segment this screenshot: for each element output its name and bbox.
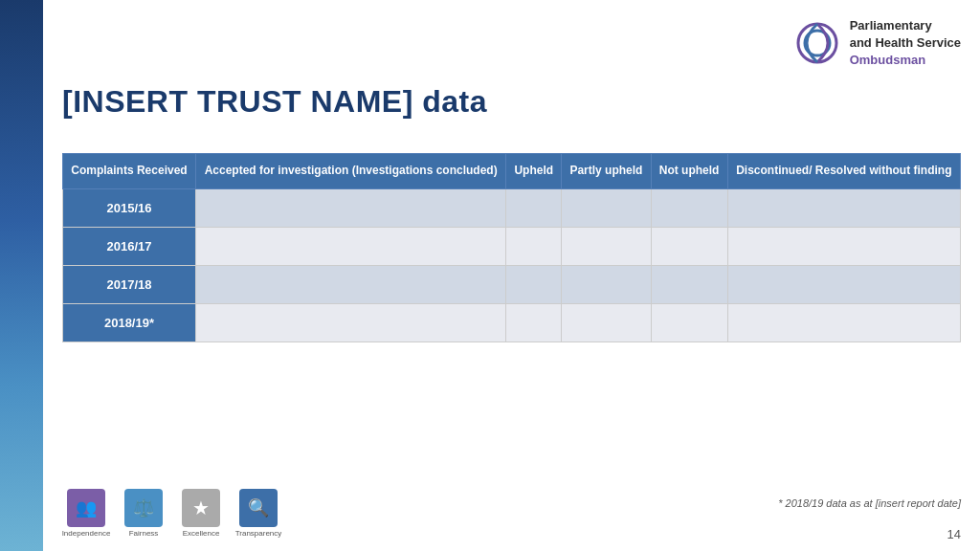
row-2017-c5 — [727, 265, 960, 303]
col-header-not-upheld: Not upheld — [651, 154, 727, 189]
row-year-2016: 2016/17 — [63, 227, 196, 265]
independence-icon: 👥 — [76, 497, 97, 518]
data-table: Complaints Received Accepted for investi… — [62, 153, 961, 342]
row-2018-c4 — [651, 303, 727, 342]
row-2017-c4 — [651, 265, 727, 303]
col-header-partly-upheld: Partly upheld — [562, 154, 651, 189]
bottom-icons: 👥 Independence ⚖️ Fairness ★ Excellence … — [62, 489, 282, 538]
logo-text: Parliamentary and Health Service Ombudsm… — [850, 17, 961, 70]
row-2018-c3 — [562, 303, 651, 342]
transparency-icon-box: 🔍 — [239, 489, 278, 527]
col-header-accepted: Accepted for investigation (Investigatio… — [195, 154, 505, 189]
row-2015-c4 — [651, 188, 727, 227]
page-title: [INSERT TRUST NAME] data — [62, 84, 487, 120]
row-2016-c2 — [506, 227, 562, 265]
row-2017-c3 — [562, 265, 651, 303]
fairness-icon-box: ⚖️ — [124, 489, 163, 527]
row-2015-c3 — [562, 188, 651, 227]
row-2017-c1 — [195, 265, 505, 303]
excellence-label: Excellence — [183, 529, 220, 538]
icon-excellence: ★ Excellence — [177, 489, 225, 538]
row-2016-c1 — [195, 227, 505, 265]
col-header-complaints: Complaints Received — [63, 154, 196, 189]
row-2018-c5 — [727, 303, 960, 342]
page-number: 14 — [947, 527, 961, 541]
row-2015-c5 — [727, 188, 960, 227]
fairness-label: Fairness — [129, 529, 159, 538]
col-header-discontinued: Discontinued/ Resolved without finding — [727, 154, 960, 189]
row-2018-c1 — [195, 303, 505, 342]
row-2015-c1 — [195, 188, 505, 227]
logo-icon — [794, 20, 840, 66]
fairness-icon: ⚖️ — [133, 497, 154, 518]
table-row: 2018/19* — [63, 303, 961, 342]
footer-note: * 2018/19 data as at [insert report date… — [778, 497, 961, 509]
row-year-2015: 2015/16 — [63, 188, 196, 227]
row-year-2018: 2018/19* — [63, 303, 196, 342]
col-header-upheld: Upheld — [506, 154, 562, 189]
excellence-icon-box: ★ — [182, 489, 220, 527]
left-accent-bar — [0, 0, 43, 551]
table-row: 2015/16 — [63, 188, 961, 227]
row-2016-c3 — [562, 227, 651, 265]
table-row: 2016/17 — [63, 227, 961, 265]
icon-fairness: ⚖️ Fairness — [120, 489, 167, 538]
row-year-2017: 2017/18 — [63, 265, 196, 303]
icon-independence: 👥 Independence — [62, 489, 110, 538]
excellence-icon: ★ — [192, 496, 210, 519]
table-row: 2017/18 — [63, 265, 961, 303]
transparency-label: Transparency — [235, 529, 282, 538]
main-content: Complaints Received Accepted for investi… — [62, 153, 961, 342]
independence-label: Independence — [62, 529, 111, 538]
transparency-icon: 🔍 — [248, 497, 269, 518]
icon-transparency: 🔍 Transparency — [234, 489, 282, 538]
row-2015-c2 — [506, 188, 562, 227]
logo-area: Parliamentary and Health Service Ombudsm… — [794, 17, 961, 70]
row-2016-c5 — [727, 227, 960, 265]
row-2017-c2 — [506, 265, 562, 303]
row-2016-c4 — [651, 227, 727, 265]
row-2018-c2 — [506, 303, 562, 342]
independence-icon-box: 👥 — [67, 489, 105, 527]
